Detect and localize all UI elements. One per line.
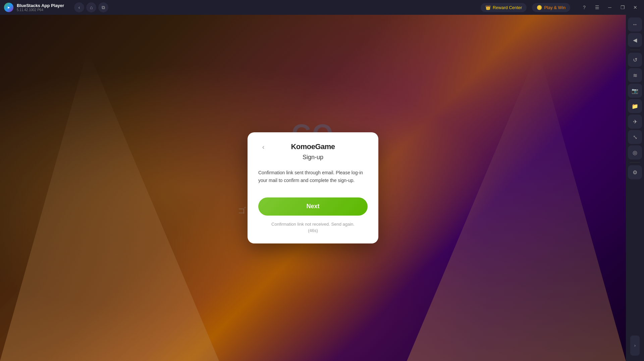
dialog-overlay: ‹ KomoeGame Sign-up Confirmation link se… bbox=[0, 15, 626, 361]
resend-line1: Confirmation link not received. Send aga… bbox=[258, 221, 368, 228]
play-win-label: Play & Win bbox=[544, 5, 566, 10]
resend-line2: (46s) bbox=[258, 227, 368, 234]
location-button[interactable]: ◎ bbox=[628, 145, 642, 160]
app-version: 5.11.42.1002 P64 bbox=[17, 8, 64, 12]
settings-button[interactable]: ⚙ bbox=[628, 165, 642, 179]
shake-button[interactable]: ≋ bbox=[628, 68, 642, 82]
signup-dialog: ‹ KomoeGame Sign-up Confirmation link se… bbox=[248, 132, 378, 243]
game-background: CO ゴ 反 ‹ KomoeGame Sign-up Confirmation … bbox=[0, 15, 626, 361]
right-sidebar: ↔ ◀ ↺ ≋ 📷 📁 ✈ ⤡ ◎ ⚙ › bbox=[626, 15, 644, 361]
app-name: BlueStacks App Player bbox=[17, 3, 64, 8]
airplane-button[interactable]: ✈ bbox=[628, 115, 642, 129]
window-controls: ? ☰ ─ ❐ ✕ bbox=[580, 3, 640, 12]
titlebar-nav: ‹ ⌂ ⧉ bbox=[74, 2, 108, 12]
dialog-back-button[interactable]: ‹ bbox=[258, 142, 268, 152]
resend-text: Confirmation link not received. Send aga… bbox=[258, 221, 368, 234]
expand-sidebar-button[interactable]: ↔ bbox=[628, 17, 642, 32]
folder-button[interactable]: 📁 bbox=[628, 99, 642, 113]
reward-center-button[interactable]: 👑 Reward Center bbox=[481, 3, 527, 12]
back-button[interactable]: ‹ bbox=[74, 2, 84, 12]
titlebar: ▶ BlueStacks App Player 5.11.42.1002 P64… bbox=[0, 0, 644, 15]
resize-button[interactable]: ⤡ bbox=[628, 130, 642, 144]
dialog-title: Sign-up bbox=[258, 154, 368, 161]
dialog-message: Confirmation link sent through email. Pl… bbox=[258, 169, 368, 184]
titlebar-left: ▶ BlueStacks App Player 5.11.42.1002 P64… bbox=[4, 2, 108, 12]
main-content: CO ゴ 反 ‹ KomoeGame Sign-up Confirmation … bbox=[0, 15, 644, 361]
help-button[interactable]: ? bbox=[580, 3, 589, 12]
close-button[interactable]: ✕ bbox=[631, 3, 640, 12]
sidebar-divider-1 bbox=[630, 50, 640, 50]
next-button[interactable]: Next bbox=[258, 197, 368, 216]
fire-icon: 🪙 bbox=[537, 5, 542, 10]
crown-icon: 👑 bbox=[485, 5, 491, 10]
dialog-header: ‹ KomoeGame bbox=[258, 142, 368, 151]
home-button[interactable]: ⌂ bbox=[86, 2, 96, 12]
sidebar-left-button[interactable]: ◀ bbox=[628, 33, 642, 47]
reward-center-label: Reward Center bbox=[493, 5, 522, 10]
titlebar-app-info: BlueStacks App Player 5.11.42.1002 P64 bbox=[17, 3, 64, 12]
bluestacks-logo: ▶ bbox=[4, 3, 13, 12]
minimize-button[interactable]: ─ bbox=[605, 3, 614, 12]
sidebar-divider-2 bbox=[630, 162, 640, 163]
maximize-button[interactable]: ❐ bbox=[618, 3, 627, 12]
rotate-button[interactable]: ↺ bbox=[628, 53, 642, 67]
menu-button[interactable]: ☰ bbox=[592, 3, 602, 12]
dialog-brand: KomoeGame bbox=[291, 142, 335, 151]
screenshot-button[interactable]: 📷 bbox=[628, 84, 642, 98]
titlebar-right: 👑 Reward Center 🪙 Play & Win ? ☰ ─ ❐ ✕ bbox=[481, 3, 640, 12]
play-win-button[interactable]: 🪙 Play & Win bbox=[532, 3, 570, 12]
panel-expand-button[interactable]: › bbox=[630, 335, 640, 356]
tabs-button[interactable]: ⧉ bbox=[98, 2, 108, 12]
